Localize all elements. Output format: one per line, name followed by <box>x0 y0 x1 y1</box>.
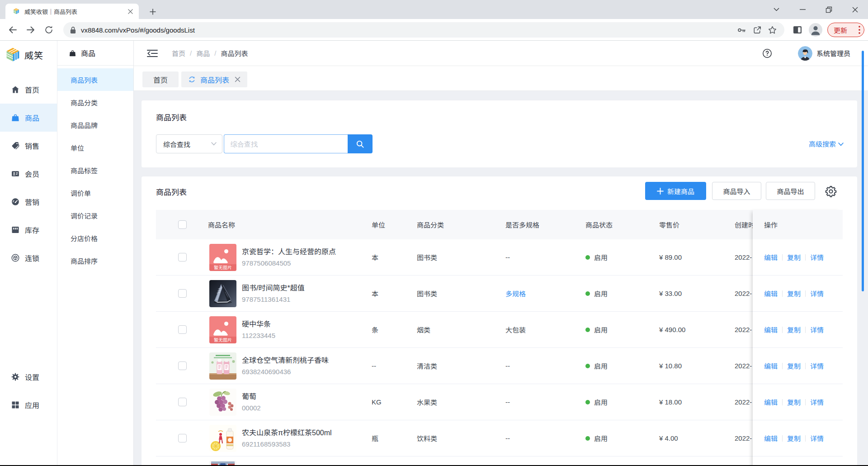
product-name[interactable]: 图书/时间简史*超值 <box>242 283 305 293</box>
sidebar-item-marketing[interactable]: 营销 <box>0 188 57 216</box>
search-type-select[interactable]: 综合查找 <box>156 134 222 153</box>
select-all-checkbox[interactable] <box>178 220 187 229</box>
search-input[interactable] <box>224 134 348 153</box>
tab-search-chevron-icon[interactable] <box>763 0 789 19</box>
submenu-item-label: 商品列表 <box>71 75 98 85</box>
cell-price: ¥ 89.00 <box>652 253 726 261</box>
submenu-item-goods-list[interactable]: 商品列表 <box>57 68 133 91</box>
ops-separator <box>782 290 783 297</box>
sidebar-item-sales[interactable]: 销售 <box>0 132 57 160</box>
sidebar-item-chain[interactable]: 连锁 <box>0 244 57 272</box>
page-tab-goods-list[interactable]: 商品列表 <box>181 71 247 87</box>
detail-link[interactable]: 详情 <box>810 252 824 262</box>
row-checkbox[interactable] <box>178 289 187 298</box>
product-name[interactable]: 全球仓空气清新剂桃子香味 <box>242 355 329 366</box>
submenu-item-price-record[interactable]: 调价记录 <box>57 204 133 227</box>
side-panel-icon[interactable] <box>792 24 803 35</box>
submenu-header-label: 商品 <box>81 48 95 58</box>
back-button[interactable] <box>7 24 19 36</box>
user-avatar[interactable] <box>798 46 812 61</box>
bookmark-star-icon[interactable] <box>764 24 780 36</box>
window-restore-button[interactable] <box>816 0 842 19</box>
status-dot <box>585 364 590 368</box>
detail-link[interactable]: 详情 <box>810 361 824 371</box>
window-close-button[interactable] <box>842 0 868 19</box>
copy-link[interactable]: 复制 <box>787 433 801 443</box>
share-icon[interactable] <box>749 24 764 36</box>
reload-button[interactable] <box>43 24 55 36</box>
tab-close-icon[interactable] <box>235 76 241 82</box>
sidebar-item-members[interactable]: 会员 <box>0 160 57 188</box>
copy-link[interactable]: 复制 <box>787 361 801 371</box>
user-name[interactable]: 系统管理员 <box>816 41 850 66</box>
edit-link[interactable]: 编辑 <box>764 433 778 443</box>
copy-link[interactable]: 复制 <box>787 397 801 407</box>
submenu-item-price-adjust[interactable]: 调价单 <box>57 181 133 204</box>
sidebar-item-goods[interactable]: 商品 <box>0 104 57 132</box>
url-text[interactable]: vx8848.com/vxPos/#/goods/goodsList <box>81 26 734 34</box>
product-barcode: 6938240690436 <box>242 367 329 377</box>
browser-tab[interactable]: 威笑收银｜商品列表 <box>5 4 139 19</box>
submenu-item-branch-price[interactable]: 分店价格 <box>57 227 133 249</box>
product-name[interactable]: 硬中华条 <box>242 319 275 329</box>
detail-link[interactable]: 详情 <box>810 397 824 407</box>
table-header: 商品名称 单位 商品分类 是否多规格 商品状态 零售价 创建时间 <box>156 210 843 239</box>
refresh-icon[interactable] <box>188 76 196 83</box>
detail-link[interactable]: 详情 <box>810 325 824 334</box>
edit-link[interactable]: 编辑 <box>764 325 778 334</box>
new-tab-button[interactable] <box>146 5 159 18</box>
browser-update-button[interactable]: 更新 <box>827 23 864 37</box>
copy-link[interactable]: 复制 <box>787 325 801 334</box>
advanced-search-link[interactable]: 高级搜索 <box>809 139 844 148</box>
edit-link[interactable]: 编辑 <box>764 252 778 262</box>
submenu-item-goods-category[interactable]: 商品分类 <box>57 91 133 114</box>
help-icon[interactable] <box>762 48 772 58</box>
copy-link[interactable]: 复制 <box>787 289 801 298</box>
import-goods-label: 商品导入 <box>723 186 750 196</box>
address-bar[interactable]: vx8848.com/vxPos/#/goods/goodsList <box>63 22 784 38</box>
copy-link[interactable]: 复制 <box>787 252 801 262</box>
password-key-icon[interactable] <box>734 24 749 36</box>
window-minimize-button[interactable] <box>789 0 816 19</box>
sidebar-item-settings[interactable]: 设置 <box>0 363 57 391</box>
sidebar-item-apps[interactable]: 应用 <box>0 391 57 419</box>
row-checkbox[interactable] <box>178 325 187 334</box>
export-goods-button[interactable]: 商品导出 <box>766 182 815 200</box>
page-scrollbar-thumb[interactable] <box>862 51 864 291</box>
submenu-item-label: 分店价格 <box>71 233 98 243</box>
row-checkbox[interactable] <box>178 361 187 370</box>
row-checkbox[interactable] <box>178 434 187 442</box>
breadcrumb-goods[interactable]: 商品 <box>196 48 210 58</box>
browser-profile-avatar[interactable] <box>809 23 822 37</box>
sidebar-item-inventory[interactable]: 库存 <box>0 216 57 244</box>
breadcrumb-home[interactable]: 首页 <box>172 48 185 58</box>
submenu-item-goods-sort[interactable]: 商品排序 <box>57 249 133 272</box>
submenu-item-goods-tag[interactable]: 商品标签 <box>57 159 133 181</box>
product-name[interactable]: 农夫山泉茶π柠檬红茶500ml <box>242 428 332 438</box>
tab-close-icon[interactable] <box>126 7 134 15</box>
detail-link[interactable]: 详情 <box>810 433 824 443</box>
import-goods-button[interactable]: 商品导入 <box>712 182 761 200</box>
product-name[interactable]: 葡萄 <box>242 391 261 402</box>
edit-link[interactable]: 编辑 <box>764 361 778 371</box>
edit-link[interactable]: 编辑 <box>764 289 778 298</box>
brand-logo[interactable]: 威笑 <box>0 41 57 69</box>
sidebar-fold-icon[interactable] <box>146 48 158 59</box>
forward-button[interactable] <box>25 24 37 36</box>
app-header: 首页 / 商品 / 商品列表 系统管理员 <box>134 41 868 66</box>
page-tab-home[interactable]: 首页 <box>142 71 179 87</box>
submenu-item-unit[interactable]: 单位 <box>57 136 133 159</box>
search-button[interactable] <box>348 134 373 153</box>
edit-link[interactable]: 编辑 <box>764 397 778 407</box>
cell-multi-link[interactable]: 多规格 <box>499 289 579 298</box>
create-goods-button[interactable]: 新建商品 <box>645 182 706 200</box>
detail-link[interactable]: 详情 <box>810 289 824 298</box>
submenu-item-goods-brand[interactable]: 商品品牌 <box>57 114 133 136</box>
browser-menu-dots-icon[interactable] <box>859 26 860 34</box>
product-name[interactable]: 京瓷哲学：人生与经营的原点 <box>242 247 336 257</box>
row-checkbox[interactable] <box>178 253 187 262</box>
sidebar-item-home[interactable]: 首页 <box>0 76 57 104</box>
ops-separator <box>805 254 806 261</box>
row-checkbox[interactable] <box>178 398 187 406</box>
table-settings-gear-icon[interactable] <box>825 185 837 198</box>
